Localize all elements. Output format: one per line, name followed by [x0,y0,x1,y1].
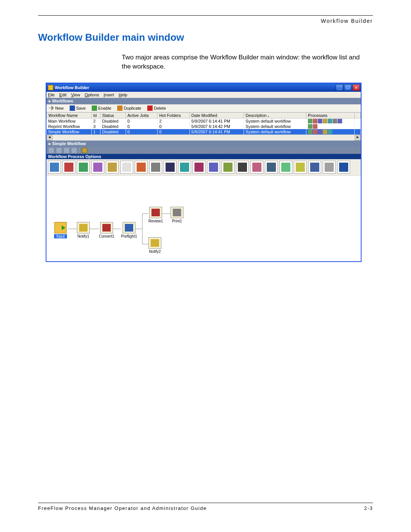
palette-item-5[interactable] [106,161,119,174]
process-icon [323,129,327,134]
palette-item-9[interactable] [164,161,177,174]
scroll-right-button[interactable]: ► [355,135,361,141]
toolbar-enable[interactable]: Enable [92,105,111,111]
palette-item-14[interactable] [236,161,249,174]
process-icon [313,129,317,134]
new-icon [49,105,54,111]
palette-item-16[interactable] [265,161,278,174]
col-status[interactable]: Status [100,112,126,118]
node-convert1-label: Convert1 [99,234,115,238]
titlebar[interactable]: Workflow Builder _ □ × [46,83,361,92]
node-notify2[interactable]: Notify2 [148,237,161,254]
enable-icon [92,105,97,111]
table-row[interactable]: Main Workflow2Disabled025/9/2007 6:14:41… [47,118,361,124]
workflow-builder-window: Workflow Builder _ □ × File Edit View Op… [46,83,362,262]
process-icon [338,119,342,123]
palette-item-8[interactable] [149,161,162,174]
node-review1[interactable]: Review1 [148,207,163,223]
col-hot-folders[interactable]: Hot Folders [158,112,190,118]
palette-item-19[interactable] [308,161,321,174]
menubar: File Edit View Options Insert Help [46,92,361,98]
col-workflow-name[interactable]: Workflow Name [47,112,92,118]
palette-item-2[interactable] [62,161,75,174]
workflow-canvas[interactable]: Input Notify1 Convert1 Preflight1 Review… [46,176,361,261]
toolbar-save[interactable]: Save [70,105,86,111]
node-preflight1[interactable]: Preflight1 [121,222,137,238]
connection-lines [46,176,361,261]
node-print1[interactable]: Print1 [170,207,183,223]
process-options-header: Workflow Process Options [46,154,361,159]
maximize-button[interactable]: □ [344,84,352,91]
scroll-left-button[interactable]: ◄ [46,135,53,141]
palette-item-12[interactable] [207,161,220,174]
process-icon [313,119,317,123]
menu-file[interactable]: File [48,93,55,97]
palette-item-13[interactable] [221,161,234,174]
panel-header-current[interactable]: Simple Workflow [46,141,361,147]
node-review1-label: Review1 [148,219,163,223]
preview-icon[interactable] [82,148,87,153]
node-notify1[interactable]: Notify1 [77,222,90,238]
menu-insert[interactable]: Insert [104,93,114,97]
process-icon [313,124,317,129]
node-notify2-label: Notify2 [148,249,161,254]
palette-item-17[interactable] [279,161,292,174]
h-scrollbar[interactable]: ◄ ► [46,134,361,141]
cut-icon[interactable] [49,148,54,153]
process-icon [308,129,312,134]
window-title: Workflow Builder [55,85,89,90]
workflows-table: Workflow NameIdStatusActive JobsHot Fold… [46,112,361,134]
close-button[interactable]: × [352,84,360,91]
running-head: Workflow Builder [38,18,373,24]
scroll-spacer [355,112,361,118]
palette-item-3[interactable] [77,161,90,174]
col-description[interactable]: Description [244,112,306,118]
palette-item-4[interactable] [91,161,104,174]
node-convert1[interactable]: Convert1 [99,222,115,238]
palette-item-7[interactable] [135,161,148,174]
toolbar-duplicate[interactable]: Duplicate [117,105,141,111]
delete-node-icon[interactable] [72,148,77,153]
palette-item-10[interactable] [178,161,191,174]
node-preflight1-label: Preflight1 [121,234,137,238]
workflows-toolbar: New Save Enable Duplicate Delete [46,104,361,112]
footer-right: 2-3 [364,505,373,511]
palette-item-21[interactable] [337,161,350,174]
process-icon [318,119,322,123]
duplicate-icon [117,105,123,111]
process-icon [328,119,332,123]
menu-help[interactable]: Help [119,93,127,97]
save-icon [70,105,75,111]
palette-item-6[interactable] [120,161,133,174]
process-palette [46,159,361,176]
menu-edit[interactable]: Edit [59,93,67,97]
process-icon [308,119,312,123]
copy-icon[interactable] [56,148,62,153]
palette-item-1[interactable] [48,161,61,174]
palette-item-15[interactable] [250,161,263,174]
palette-item-18[interactable] [294,161,307,174]
table-row[interactable]: Simple Workflow1Disabled005/9/2007 6:14:… [47,129,361,134]
node-input[interactable]: Input [54,222,67,238]
table-row[interactable]: Reprint Workflow3Disabled005/9/2007 6:14… [47,124,361,129]
menu-options[interactable]: Options [84,93,99,97]
col-active-jobs[interactable]: Active Jobs [126,112,158,118]
toolbar-delete[interactable]: Delete [147,105,166,111]
minimize-button[interactable]: _ [336,84,343,91]
col-id[interactable]: Id [92,112,100,118]
process-icon [308,124,312,129]
process-icon [328,129,332,134]
intro-paragraph: Two major areas comprise the Workflow Bu… [122,53,369,71]
col-processes[interactable]: Processes [306,112,354,118]
process-icon [323,119,327,123]
footer-left: FreeFlow Process Manager Operator and Ad… [38,505,207,511]
paste-icon[interactable] [64,148,69,153]
palette-item-11[interactable] [193,161,206,174]
edit-toolbar [46,147,361,154]
app-icon [48,85,53,90]
toolbar-new[interactable]: New [49,105,64,111]
menu-view[interactable]: View [71,93,80,97]
palette-item-20[interactable] [323,161,336,174]
col-date-modified[interactable]: Date Modified [190,112,244,118]
panel-header-workflows[interactable]: Workflows [46,98,361,104]
